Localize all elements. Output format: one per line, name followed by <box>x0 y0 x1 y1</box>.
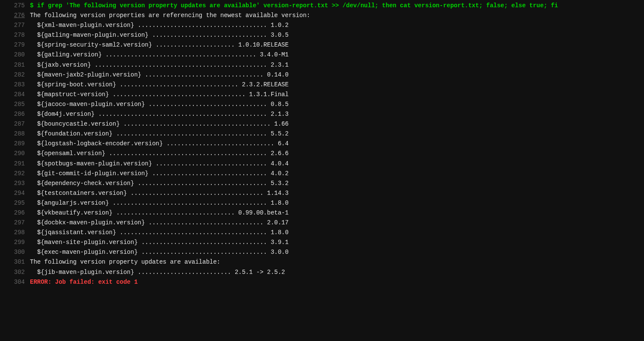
log-line: 282 ${maven-jaxb2-plugin.version} ......… <box>0 70 644 80</box>
line-content: ${spotbugs-maven-plugin.version} .......… <box>30 159 644 169</box>
line-content: ${opensaml.version} ....................… <box>30 149 644 159</box>
log-line: 294 ${testcontainers.version} ..........… <box>0 188 644 198</box>
line-content: ${jqassistant.version} .................… <box>30 228 644 238</box>
line-content: ${dependency-check.version} ............… <box>30 179 644 188</box>
line-content: ${jib-maven-plugin.version} ............… <box>30 268 644 277</box>
line-content: ${foundation.version} ..................… <box>30 129 644 139</box>
line-content: ${spring-boot.version} .................… <box>30 80 644 90</box>
line-number[interactable]: 304 <box>0 277 30 287</box>
log-line: 300 ${exec-maven-plugin.version} .......… <box>0 247 644 257</box>
log-line: 288 ${foundation.version} ..............… <box>0 129 644 139</box>
line-content: ${mapstruct-version} ...................… <box>30 90 644 100</box>
log-line: 299 ${maven-site-plugin.version} .......… <box>0 238 644 247</box>
line-number[interactable]: 295 <box>0 198 30 208</box>
log-line: 293 ${dependency-check.version} ........… <box>0 179 644 188</box>
line-number[interactable]: 279 <box>0 40 30 50</box>
line-number[interactable]: 281 <box>0 60 30 70</box>
line-number[interactable]: 285 <box>0 100 30 109</box>
line-content: ${gatling-maven-plugin.version} ........… <box>30 30 644 40</box>
log-line: 278 ${gatling-maven-plugin.version} ....… <box>0 30 644 40</box>
log-line: 296 ${vkbeautify.version} ..............… <box>0 208 644 218</box>
log-line: 286 ${dom4j.version} ...................… <box>0 109 644 119</box>
log-line: 292 ${git-commit-id-plugin.version} ....… <box>0 169 644 179</box>
line-number[interactable]: 302 <box>0 268 30 277</box>
log-output: 275$ if grep 'The following version prop… <box>0 0 644 288</box>
line-number[interactable]: 289 <box>0 139 30 149</box>
line-content: ${jaxb.version} ........................… <box>30 60 644 70</box>
line-content: $ if grep 'The following version propert… <box>30 1 644 11</box>
line-content: The following version properties are ref… <box>30 11 644 21</box>
line-number[interactable]: 297 <box>0 218 30 228</box>
line-number[interactable]: 298 <box>0 228 30 238</box>
log-line: 280 ${gatling.version} .................… <box>0 50 644 60</box>
log-line: 289 ${logstash-logback-encoder.version} … <box>0 139 644 149</box>
log-line: 275$ if grep 'The following version prop… <box>0 1 644 11</box>
line-number[interactable]: 282 <box>0 70 30 80</box>
log-line: 304ERROR: Job failed: exit code 1 <box>0 277 644 287</box>
log-line: 281 ${jaxb.version} ....................… <box>0 60 644 70</box>
line-content: The following version property updates a… <box>30 257 644 267</box>
line-number[interactable]: 278 <box>0 30 30 40</box>
line-content: ${gatling.version} .....................… <box>30 50 644 60</box>
log-line: 279 ${spring-security-saml2.version} ...… <box>0 40 644 50</box>
log-line: 291 ${spotbugs-maven-plugin.version} ...… <box>0 159 644 169</box>
line-number[interactable]: 291 <box>0 159 30 169</box>
line-number[interactable]: 286 <box>0 109 30 119</box>
log-line: 287 ${bouncycastle.version} ............… <box>0 119 644 129</box>
log-line: 301The following version property update… <box>0 257 644 267</box>
line-content: ${logstash-logback-encoder.version} ....… <box>30 139 644 149</box>
log-line: 295 ${angularjs.version} ...............… <box>0 198 644 208</box>
line-content: ${jacoco-maven-plugin.version} .........… <box>30 100 644 109</box>
log-line: 290 ${opensaml.version} ................… <box>0 149 644 159</box>
line-content: ${maven-site-plugin.version} ...........… <box>30 238 644 247</box>
line-number[interactable]: 300 <box>0 247 30 257</box>
log-line: 284 ${mapstruct-version} ...............… <box>0 90 644 100</box>
line-number[interactable]: 275 <box>0 1 30 11</box>
line-number[interactable]: 294 <box>0 188 30 198</box>
log-line: 277 ${xml-maven-plugin.version} ........… <box>0 21 644 30</box>
log-line: 298 ${jqassistant.version} .............… <box>0 228 644 238</box>
line-number[interactable]: 283 <box>0 80 30 90</box>
line-number[interactable]: 299 <box>0 238 30 247</box>
line-content: ${angularjs.version} ...................… <box>30 198 644 208</box>
line-content: ${spring-security-saml2.version} .......… <box>30 40 644 50</box>
line-content: ${xml-maven-plugin.version} ............… <box>30 21 644 30</box>
line-content: ERROR: Job failed: exit code 1 <box>30 277 644 287</box>
line-content: ${docbkx-maven-plugin.version} .........… <box>30 218 644 228</box>
line-content: ${vkbeautify.version} ..................… <box>30 208 644 218</box>
log-line: 302 ${jib-maven-plugin.version} ........… <box>0 268 644 277</box>
line-number[interactable]: 280 <box>0 50 30 60</box>
line-content: ${bouncycastle.version} ................… <box>30 119 644 129</box>
line-number[interactable]: 301 <box>0 257 30 267</box>
line-content: ${maven-jaxb2-plugin.version} ..........… <box>30 70 644 80</box>
line-number[interactable]: 284 <box>0 90 30 100</box>
line-content: ${git-commit-id-plugin.version} ........… <box>30 169 644 179</box>
line-number[interactable]: 290 <box>0 149 30 159</box>
line-content: ${dom4j.version} .......................… <box>30 109 644 119</box>
line-number[interactable]: 296 <box>0 208 30 218</box>
line-content: ${exec-maven-plugin.version} ...........… <box>30 247 644 257</box>
line-number[interactable]: 293 <box>0 179 30 188</box>
line-number[interactable]: 277 <box>0 21 30 30</box>
log-line: 285 ${jacoco-maven-plugin.version} .....… <box>0 100 644 109</box>
log-line: 276The following version properties are … <box>0 11 644 21</box>
line-number[interactable]: 292 <box>0 169 30 179</box>
line-content: ${testcontainers.version} ..............… <box>30 188 644 198</box>
log-line: 283 ${spring-boot.version} .............… <box>0 80 644 90</box>
line-number[interactable]: 287 <box>0 119 30 129</box>
line-number[interactable]: 276 <box>0 11 30 21</box>
line-number[interactable]: 288 <box>0 129 30 139</box>
log-line: 297 ${docbkx-maven-plugin.version} .....… <box>0 218 644 228</box>
